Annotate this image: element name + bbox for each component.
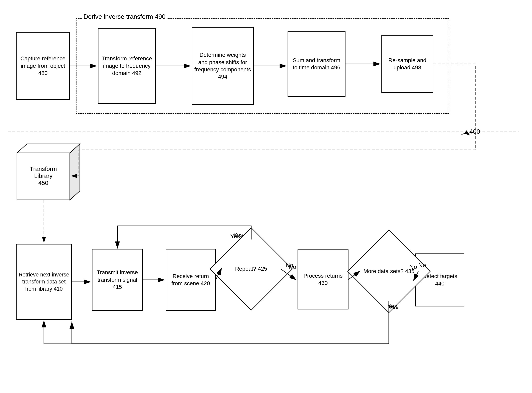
- box-retrieve: Retrieve next inverse transform data set…: [16, 244, 72, 320]
- box-determine-weights: Determine weights and phase shifts for f…: [192, 27, 254, 105]
- diamond-more-data: More data sets? 435: [359, 242, 418, 301]
- svg-marker-8: [17, 144, 80, 153]
- svg-rect-7: [17, 153, 70, 200]
- box-transform-ref: Transform reference image to frequency d…: [98, 28, 156, 104]
- box-capture: Capture reference image from object 480: [16, 32, 70, 100]
- svg-marker-9: [70, 144, 80, 200]
- box-receive: Receive return from scene 420: [166, 249, 216, 311]
- svg-text:Transform: Transform: [30, 166, 57, 172]
- label-no-repeat: No: [286, 262, 293, 269]
- box-detect-targets: Detect targets 440: [415, 253, 464, 306]
- diamond-more-data-label: More data sets? 435: [364, 268, 414, 275]
- svg-text:Library: Library: [34, 172, 53, 179]
- svg-text:450: 450: [38, 180, 48, 186]
- box-transmit: Transmit inverse transform signal 415: [92, 249, 143, 311]
- diamond-repeat: Repeat? 425: [222, 240, 281, 299]
- box-resample: Re-sample and upload 498: [381, 35, 433, 93]
- box-process-returns: Process returns 430: [297, 250, 349, 309]
- label-yes-more: Yes: [388, 303, 397, 310]
- diamond-repeat-label: Repeat? 425: [235, 265, 267, 272]
- flowchart-diagram: Derive inverse transform 490 400 Capture…: [0, 0, 532, 393]
- label-yes-repeat: Yes: [233, 231, 243, 238]
- diagram-label-400: 400: [470, 128, 480, 135]
- box-sum-transform: Sum and transform to time domain 496: [288, 31, 345, 97]
- derive-inverse-label: Derive inverse transform 490: [82, 13, 167, 20]
- label-no-more: No: [418, 262, 426, 269]
